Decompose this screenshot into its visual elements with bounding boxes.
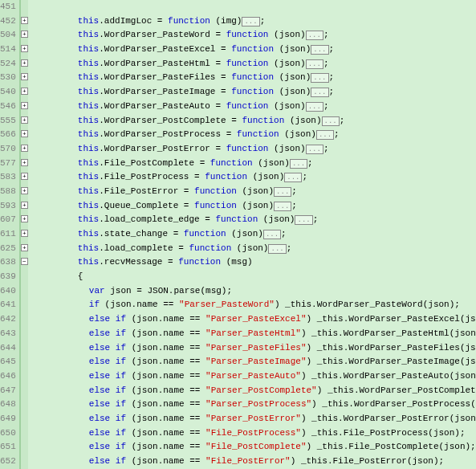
code-line[interactable]: this.File_PostProcess = function (json).… [33,170,476,185]
line-number: 524 [0,57,16,71]
fold-expand-icon[interactable]: + [21,230,28,237]
code-line[interactable]: else if (json.name == "Parser_PasteExcel… [33,312,476,327]
token-kw: this [78,229,99,239]
code-line[interactable]: this.WordParser_PasteAuto = function (js… [33,100,476,114]
code-line[interactable] [33,0,476,14]
token-ident: (json.name == [126,414,205,423]
code-line[interactable]: { [33,270,476,284]
code-line[interactable]: this.addImgLoc = function (img)...; [33,14,476,29]
collapsed-region: ... [306,145,323,154]
fold-expand-icon[interactable]: + [21,31,28,38]
token-kw: this [78,214,99,224]
code-line[interactable]: this.WordParser_PostComplete = function … [33,114,476,128]
line-number: 514 [0,43,16,57]
token-punc: . [99,243,104,253]
token-ident: state_change = [104,229,184,239]
code-line[interactable]: else if (json.name == "Parser_PasteImage… [33,355,476,369]
code-line[interactable]: this.Queue_Complete = function (json)...… [33,199,476,214]
code-line[interactable]: this.WordParser_PostError = function (js… [33,142,476,157]
code-line[interactable]: this.WordParser_PasteExcel = function (j… [33,43,476,57]
token-kw: function [242,116,284,125]
token-ident: ) _this.WordParser_PostError(json); [301,414,476,423]
token-ident: (json) [253,158,290,168]
code-line[interactable]: if (json.name == "Parser_PasteWord") _th… [33,298,476,312]
fold-expand-icon[interactable]: + [21,173,28,180]
line-number: 588 [0,185,16,199]
token-kw: else if [89,456,126,466]
fold-expand-icon[interactable]: + [21,102,28,109]
collapsed-region: ... [295,215,312,225]
code-area[interactable]: this.addImgLoc = function (img)...;this.… [28,0,476,469]
code-line[interactable]: this.WordParser_PostProcess = function (… [33,128,476,142]
code-line[interactable]: else if (json.name == "Parser_PostProces… [33,398,476,412]
token-ident: ) _this.WordParser_PasteAuto(json); [301,371,476,381]
fold-expand-icon[interactable]: + [21,145,28,152]
token-ident: (json.name == [126,371,205,381]
token-ident: (json.name == [126,428,205,438]
code-line[interactable]: else if (json.name == "Parser_PasteHtml"… [33,327,476,341]
line-number: 566 [0,128,16,142]
code-line[interactable]: var json = JSON.parse(msg); [33,284,476,299]
collapsed-region: ... [322,116,340,126]
token-ident: (json) [237,186,274,196]
token-punc: . [99,144,104,153]
token-ident: ) _this.WordParser_PostComplete(json); [317,385,476,395]
fold-expand-icon[interactable]: + [21,17,28,24]
token-ident: (json.name == [126,343,205,353]
token-ident: WordParser_PasteWord = [104,30,226,39]
code-line[interactable]: this.state_change = function (json)...; [33,227,476,242]
code-line[interactable]: this.File_PostError = function (json)...… [33,185,476,199]
fold-expand-icon[interactable]: + [21,159,28,166]
token-punc: . [99,30,104,39]
fold-expand-icon[interactable]: + [21,202,28,209]
token-ident: (json.name == [126,314,205,324]
code-line[interactable]: else if (json.name == "Parser_PasteFiles… [33,341,476,356]
fold-expand-icon[interactable]: + [21,88,28,95]
code-line[interactable]: this.WordParser_PasteFiles = function (j… [33,71,476,85]
code-line[interactable]: else if (json.name == "Parser_PostError"… [33,412,476,426]
token-punc: . [99,129,104,139]
token-punc: ; [287,243,292,253]
fold-expand-icon[interactable]: + [21,215,28,222]
code-line[interactable]: else if (json.name == "File_PostComplete… [33,440,476,455]
fold-column: +++++++++++++++++− [21,0,28,469]
code-line[interactable]: this.WordParser_PasteHtml = function (js… [33,57,476,71]
code-line[interactable]: else if (json.name == "Parser_PasteAuto"… [33,369,476,384]
fold-expand-icon[interactable]: + [21,244,28,251]
fold-expand-icon[interactable]: + [21,187,28,194]
token-kw: function [194,186,237,196]
fold-expand-icon[interactable]: + [21,45,28,52]
line-number: 652 [0,455,16,469]
code-line[interactable]: this.WordParser_PasteWord = function (js… [33,28,476,43]
code-line[interactable]: else if (json.name == "File_PostProcess"… [33,426,476,441]
line-number: 648 [0,398,16,412]
code-line[interactable]: this.load_complete_edge = function (json… [33,213,476,227]
token-kw: function [205,172,247,181]
token-kw: this [78,243,99,253]
token-kw: else if [89,414,126,423]
code-line[interactable]: this.load_complete = function (json)...; [33,242,476,256]
token-str: "Parser_PasteExcel" [205,314,306,324]
collapsed-region: ... [311,73,328,83]
line-number: 642 [0,312,16,327]
token-kw: this [78,30,99,39]
fold-expand-icon[interactable]: + [21,73,28,80]
fold-expand-icon[interactable]: + [21,116,28,124]
token-punc: ; [291,186,297,196]
line-number: 504 [0,28,16,43]
token-ident: (msg) [221,257,253,267]
line-number: 570 [0,142,16,157]
fold-collapse-icon[interactable]: − [21,258,28,265]
code-line[interactable]: else if (json.name == "File_PostError") … [33,455,476,469]
fold-expand-icon[interactable]: + [21,59,28,67]
code-line[interactable]: this.File_PostComplete = function (json)… [33,157,476,171]
line-number: 451 [0,0,16,14]
code-line[interactable]: else if (json.name == "Parser_PostComple… [33,384,476,398]
code-line[interactable]: this.recvMessage = function (msg) [33,255,476,270]
line-number: 540 [0,85,16,100]
token-ident: WordParser_PasteAuto = [104,101,226,111]
token-punc: . [99,16,104,26]
code-line[interactable]: this.WordParser_PasteImage = function (j… [33,85,476,100]
fold-expand-icon[interactable]: + [21,130,28,137]
token-kw: this [78,72,99,82]
